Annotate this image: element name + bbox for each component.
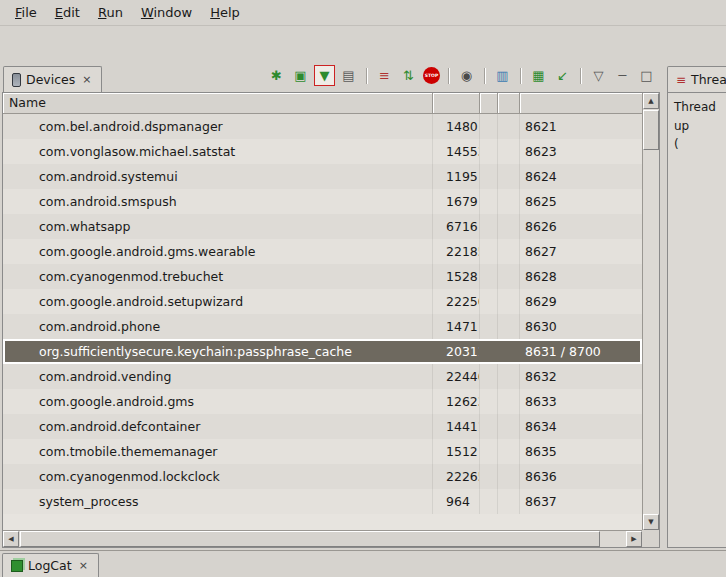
table-row[interactable]: com.google.android.gms.wearable 22185 86… [3,239,642,264]
process-name: com.cyanogenmod.trebuchet [3,264,433,289]
menu-item-help[interactable]: Help [201,2,249,23]
stop-process-icon[interactable]: STOP [423,67,440,84]
process-name: com.tmobile.thememanager [3,439,433,464]
process-col-a [480,264,498,289]
process-pid: 22440 [433,364,480,389]
table-row[interactable]: org.sufficientlysecure.keychain:passphra… [3,339,642,364]
table-row[interactable]: com.vonglasow.michael.satstat 14553 8623 [3,139,642,164]
threads-icon: ≡ [676,73,686,87]
process-name: com.google.android.gms.wearable [3,239,433,264]
device-process-list: com.bel.android.dspmanager 1480 8621 com… [3,114,642,530]
process-port: 8623 [520,139,642,164]
main-window: FileEditRunWindowHelp Devices × ✱▣▼▤≡⇅ST… [0,0,726,577]
systrace-icon[interactable]: ↙ [553,66,572,85]
debug-process-icon[interactable]: ✱ [267,66,286,85]
threads-message: Thread up ( [667,92,726,548]
process-port: 8621 [520,114,642,139]
dump-hprof-icon[interactable]: ▼ [315,66,334,85]
menu-item-file[interactable]: File [6,2,46,23]
process-col-a [480,389,498,414]
process-col-a [480,489,498,514]
table-row[interactable]: com.android.defcontainer 14411 8634 [3,414,642,439]
process-port: 8627 [520,239,642,264]
process-port: 8630 [520,314,642,339]
cause-gc-icon[interactable]: ▤ [339,66,358,85]
process-port: 8624 [520,164,642,189]
table-row[interactable]: system_process 964 8637 [3,489,642,514]
menu-bar: FileEditRunWindowHelp [0,0,726,26]
main-area: Devices × ✱▣▼▤≡⇅STOP◉▥▦↙▽─□ Name com.bel… [0,62,726,550]
process-name: com.bel.android.dspmanager [3,114,433,139]
tab-devices[interactable]: Devices × [3,66,102,92]
table-row[interactable]: com.bel.android.dspmanager 1480 8621 [3,114,642,139]
scroll-down-icon[interactable]: ▼ [643,514,659,530]
close-icon[interactable]: × [77,558,90,573]
screen-capture-icon[interactable]: ◉ [457,66,476,85]
process-name: org.sufficientlysecure.keychain:passphra… [3,339,433,364]
devices-toolbar: ✱▣▼▤≡⇅STOP◉▥▦↙▽─□ [267,66,656,85]
process-name: com.android.smspush [3,189,433,214]
process-col-a [480,364,498,389]
view-hierarchy-icon[interactable]: ▦ [529,66,548,85]
table-row[interactable]: com.cyanogenmod.lockclock 22265 8636 [3,464,642,489]
process-port: 8633 [520,389,642,414]
column-header-pid[interactable] [433,93,480,114]
menu-item-run[interactable]: Run [89,2,132,23]
process-port: 8636 [520,464,642,489]
close-icon[interactable]: × [80,72,93,87]
start-method-profiling-icon[interactable]: ⇅ [399,66,418,85]
view-menu-icon[interactable]: ▽ [589,66,608,85]
column-header-b[interactable] [498,93,520,114]
scroll-right-icon[interactable]: ▶ [626,531,642,547]
update-heap-icon[interactable]: ▣ [291,66,310,85]
process-col-b [498,314,520,339]
process-pid: 1480 [433,114,480,139]
process-pid: 14553 [433,139,480,164]
process-col-b [498,214,520,239]
process-col-b [498,339,520,364]
capture-video-icon[interactable]: ▥ [493,66,512,85]
tab-logcat-label: LogCat [28,558,72,573]
maximize-icon[interactable]: □ [637,66,656,85]
table-row[interactable]: com.google.android.gms 12623 8633 [3,389,642,414]
process-col-b [498,264,520,289]
menu-item-edit[interactable]: Edit [46,2,89,23]
table-row[interactable]: com.android.phone 1471 8630 [3,314,642,339]
update-threads-icon[interactable]: ≡ [375,66,394,85]
process-col-b [498,139,520,164]
scroll-up-icon[interactable]: ▲ [643,93,659,109]
table-row[interactable]: com.tmobile.thememanager 1512 8635 [3,439,642,464]
process-name: com.whatsapp [3,214,433,239]
process-pid: 1528 [433,264,480,289]
toolbar-separator [520,68,521,84]
process-col-a [480,414,498,439]
vertical-scrollbar[interactable]: ▲ ▼ [642,93,659,530]
tab-threads[interactable]: ≡ Threads [667,66,726,92]
horizontal-scroll-thumb[interactable] [20,531,600,547]
tab-logcat[interactable]: LogCat × [2,553,99,577]
minimize-icon[interactable]: ─ [613,66,632,85]
horizontal-scrollbar[interactable]: ◀ ▶ [3,530,642,547]
column-header-name[interactable]: Name [3,93,433,114]
process-port: 8637 [520,489,642,514]
table-row[interactable]: com.cyanogenmod.trebuchet 1528 8628 [3,264,642,289]
table-row[interactable]: com.whatsapp 6716 8626 [3,214,642,239]
table-row[interactable]: com.android.vending 22440 8632 [3,364,642,389]
column-header-a[interactable] [480,93,498,114]
scrollbar-corner [642,530,659,547]
process-pid: 964 [433,489,480,514]
table-row[interactable]: com.google.android.setupwizard 22250 862… [3,289,642,314]
column-header-port[interactable] [520,93,642,114]
table-row[interactable]: com.android.systemui 1195 8624 [3,164,642,189]
process-col-a [480,214,498,239]
process-port: 8635 [520,439,642,464]
toolbar-separator [580,68,581,84]
scroll-left-icon[interactable]: ◀ [3,531,19,547]
process-port: 8626 [520,214,642,239]
process-pid: 22250 [433,289,480,314]
menu-item-window[interactable]: Window [132,2,201,23]
process-col-a [480,314,498,339]
process-port: 8631 / 8700 [520,339,642,364]
table-row[interactable]: com.android.smspush 1679 8625 [3,189,642,214]
vertical-scroll-thumb[interactable] [643,110,659,150]
